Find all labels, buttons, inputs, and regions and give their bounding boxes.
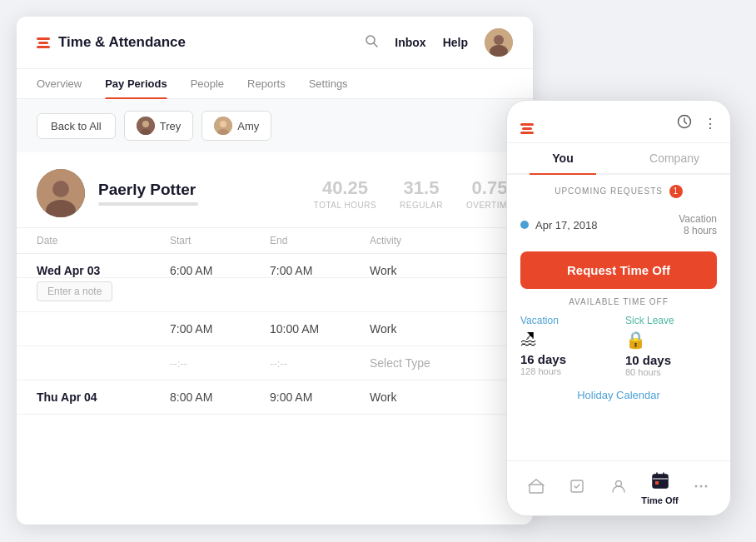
tab-overview[interactable]: Overview [37,69,82,98]
row3-end: --:-- [270,357,370,370]
col-start: Start [170,235,270,246]
regular-label: REGULAR [400,201,443,210]
app-header: Time & Attendance Inbox Help [17,17,533,69]
svg-point-23 [700,485,703,488]
stat-regular: 31.5 REGULAR [400,177,443,210]
svg-point-22 [695,485,698,488]
nav-tabs: Overview Pay Periods People Reports Sett… [17,69,533,99]
row3-activity-select[interactable]: Select Type [370,356,513,370]
enter-note-input[interactable]: Enter a note [37,281,112,301]
time-table: Date Start End Activity Wed Apr 03 6:00 … [17,228,533,415]
row3-start: --:-- [170,357,270,370]
stat-total-hours: 40.25 TOTAL Hours [314,177,376,210]
tasks-icon [569,478,585,499]
sick-leave-days: 10 days [625,353,717,367]
toolbar: Back to All Trey Amy [17,99,533,152]
upcoming-count-badge: 1 [669,185,683,198]
help-link[interactable]: Help [443,36,468,49]
svg-rect-21 [655,481,659,485]
note-row: Enter a note [17,278,533,312]
employee-progress-bar [98,202,198,206]
request-time-off-button[interactable]: Request Time Off [520,251,717,289]
request-date: Apr 17, 2018 [535,219,679,231]
row4-date: Thu Apr 04 [37,390,170,404]
home-icon [528,478,545,499]
tab-settings[interactable]: Settings [309,69,348,98]
mobile-header: ⋮ [507,101,730,143]
amy-avatar [214,117,232,135]
employee-section: Paerly Potter 40.25 TOTAL Hours 31.5 REG… [17,152,533,228]
bottom-nav-more[interactable] [680,473,722,504]
search-icon[interactable] [365,34,378,51]
row1-start: 6:00 AM [170,264,270,277]
table-row: Wed Apr 03 6:00 AM 7:00 AM Work [17,254,533,278]
svg-line-1 [374,43,377,47]
sick-leave-icon: 🔒 [625,330,717,350]
mobile-tab-company[interactable]: Company [619,143,730,173]
mobile-tabs: You Company [507,143,730,175]
tab-pay-periods[interactable]: Pay Periods [105,69,167,98]
row4-activity: Work [370,390,513,404]
more-icon [693,478,709,499]
tab-reports[interactable]: Reports [247,69,286,98]
row1-activity: Work [370,264,513,277]
employee-avatar [37,169,85,217]
row1-date: Wed Apr 03 [37,264,170,277]
table-header: Date Start End Activity [17,228,533,254]
holiday-calendar-link[interactable]: Holiday Calendar [520,389,717,401]
row4-end: 9:00 AM [270,390,370,404]
employee-stats: 40.25 TOTAL Hours 31.5 REGULAR 0.75 OVER… [314,177,513,210]
sick-leave-hours: 80 hours [625,367,717,377]
amy-label: Amy [237,120,259,132]
svg-point-12 [52,181,69,197]
regular-value: 31.5 [400,177,443,199]
trey-avatar [137,117,155,135]
mobile-tab-you[interactable]: You [507,143,619,173]
row4-start: 8:00 AM [170,390,270,404]
row2-start: 7:00 AM [170,322,270,336]
svg-point-24 [705,485,708,488]
bottom-nav-people[interactable] [598,473,639,504]
mobile-header-icons: ⋮ [677,114,717,132]
mobile-more-icon[interactable]: ⋮ [704,116,717,132]
request-type-info: Vacation 8 hours [679,213,717,236]
desktop-app: Time & Attendance Inbox Help Overview [17,17,533,525]
person-tab-amy[interactable]: Amy [201,111,271,141]
app-title: Time & Attendance [58,34,186,51]
request-type: Vacation [679,213,717,225]
col-activity: Activity [370,235,513,246]
bottom-nav-tasks[interactable] [557,473,599,504]
col-end: End [270,235,370,246]
row1-end: 7:00 AM [270,264,370,277]
time-off-icon [651,471,669,494]
trey-label: Trey [160,120,182,132]
total-hours-label: TOTAL Hours [314,201,376,210]
sick-leave-type: Sick Leave 🔒 10 days 80 hours [625,315,717,377]
bottom-nav-home[interactable] [515,473,557,504]
svg-rect-16 [571,480,583,492]
table-row: 7:00 AM 10:00 AM Work [17,312,533,346]
available-time-off-label: AVAILABLE TIME OFF [520,297,717,306]
user-avatar[interactable] [485,28,513,57]
header-left: Time & Attendance [37,34,186,51]
bottom-nav-time-off[interactable]: Time Off [639,466,681,510]
svg-point-6 [142,121,149,127]
row2-end: 10:00 AM [270,322,370,336]
back-to-all-button[interactable]: Back to All [37,113,116,139]
mobile-phone: ⋮ You Company UPCOMING REQUESTS 1 Apr 17… [506,100,731,516]
inbox-link[interactable]: Inbox [395,36,425,49]
tab-people[interactable]: People [191,69,224,98]
request-item: Apr 17, 2018 Vacation 8 hours [520,206,717,243]
svg-point-3 [494,35,504,45]
mobile-logo-icon [520,112,535,134]
request-hours: 8 hours [679,225,717,236]
table-row: --:-- --:-- Select Type [17,346,533,380]
upcoming-requests-label: UPCOMING REQUESTS 1 [520,185,717,198]
total-hours-value: 40.25 [314,177,376,199]
vacation-icon: 🏖 [520,330,612,349]
col-date: Date [37,235,170,246]
person-tab-trey[interactable]: Trey [124,111,194,141]
mobile-history-icon[interactable] [677,114,692,132]
vacation-type: Vacation 🏖 16 days 128 hours [520,315,612,377]
row2-activity: Work [370,322,513,336]
